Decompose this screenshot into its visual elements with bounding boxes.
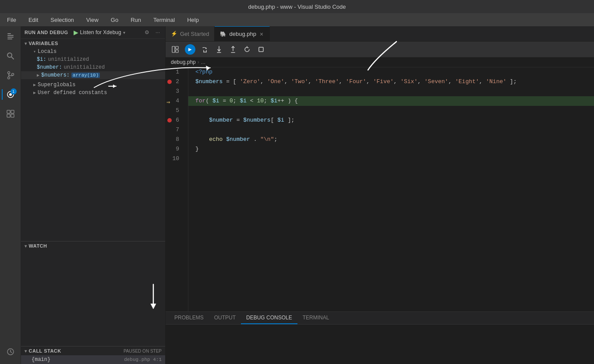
code-line-5 bbox=[188, 106, 594, 116]
line-num-4: ⇒ 4 bbox=[166, 96, 183, 106]
var-i-item: $i: uninitialized bbox=[21, 56, 165, 63]
title-text: debug.php - www - Visual Studio Code bbox=[248, 4, 346, 10]
line-num-1: 1 bbox=[166, 67, 183, 77]
bottom-tabs: PROBLEMS OUTPUT DEBUG CONSOLE TERMINAL bbox=[166, 312, 594, 325]
menu-bar: File Edit Selection View Go Run Terminal… bbox=[0, 13, 594, 26]
superglobals-group[interactable]: ▶ Superglobals bbox=[21, 81, 165, 89]
sidebar: RUN AND DEBUG ▶ Listen for Xdebug ▾ ⚙ ··… bbox=[21, 26, 166, 364]
user-constants-chevron-icon: ▶ bbox=[33, 90, 36, 95]
tab-get-started[interactable]: ⚡ Get Started bbox=[166, 26, 215, 41]
debug-more-icon[interactable]: ··· bbox=[154, 29, 162, 35]
php-file-icon: 🐘 bbox=[220, 31, 226, 37]
watch-chevron-icon: ▾ bbox=[25, 244, 27, 248]
explorer-icon[interactable] bbox=[2, 28, 19, 46]
line-num-5: 5 bbox=[166, 106, 183, 116]
get-started-icon: ⚡ bbox=[171, 31, 177, 37]
chevron-down-icon: ▾ bbox=[123, 30, 125, 35]
continue-icon: ▶ bbox=[188, 47, 192, 52]
var-numbers-value: array(10) bbox=[71, 73, 100, 78]
continue-button[interactable]: ▶ bbox=[185, 44, 195, 55]
step-into-button[interactable] bbox=[213, 44, 225, 55]
menu-terminal[interactable]: Terminal bbox=[151, 16, 177, 24]
layout-button[interactable] bbox=[169, 44, 181, 55]
var-i-name: $i: bbox=[37, 56, 46, 63]
variables-chevron-icon: ▾ bbox=[25, 41, 27, 46]
extensions-icon[interactable] bbox=[2, 105, 19, 122]
restart-button[interactable] bbox=[241, 44, 253, 55]
svg-point-6 bbox=[7, 72, 10, 74]
watch-section-header[interactable]: ▾ WATCH bbox=[21, 242, 165, 250]
tab-get-started-label: Get Started bbox=[180, 31, 209, 37]
tab-close-icon[interactable]: × bbox=[259, 31, 264, 38]
debug-gear-icon[interactable]: ⚙ bbox=[143, 29, 151, 35]
tab-debug-console[interactable]: DEBUG CONSOLE bbox=[241, 312, 297, 324]
call-stack-header[interactable]: ▾ CALL STACK PAUSED ON STEP bbox=[21, 346, 165, 355]
breakpoint-6[interactable] bbox=[167, 118, 172, 122]
call-stack-panel: ▾ CALL STACK PAUSED ON STEP {main} debug… bbox=[21, 346, 165, 364]
menu-view[interactable]: View bbox=[84, 16, 101, 24]
line-num-10: 10 bbox=[166, 154, 183, 164]
menu-go[interactable]: Go bbox=[108, 16, 121, 24]
svg-rect-17 bbox=[172, 46, 175, 52]
line-num-7: 7 bbox=[166, 125, 183, 135]
breadcrumb-file[interactable]: debug.php bbox=[171, 59, 196, 65]
debug-header: RUN AND DEBUG ▶ Listen for Xdebug ▾ ⚙ ··… bbox=[21, 26, 165, 39]
code-line-6: $number = $numbers [ $i ]; bbox=[188, 116, 594, 125]
menu-run[interactable]: Run bbox=[128, 16, 144, 24]
svg-rect-19 bbox=[176, 50, 178, 52]
svg-rect-27 bbox=[259, 47, 263, 52]
var-numbers-name: $numbers: bbox=[41, 72, 70, 78]
menu-help[interactable]: Help bbox=[184, 16, 202, 24]
tab-output[interactable]: OUTPUT bbox=[209, 312, 241, 324]
line-num-9: 9 bbox=[166, 144, 183, 154]
run-config-button[interactable]: ▶ Listen for Xdebug ▾ bbox=[71, 28, 128, 37]
bottom-content bbox=[166, 325, 594, 364]
user-defined-constants-group[interactable]: ▶ User defined constants bbox=[21, 89, 165, 97]
tab-terminal[interactable]: TERMINAL bbox=[297, 312, 335, 324]
menu-selection[interactable]: Selection bbox=[48, 16, 76, 24]
step-out-button[interactable] bbox=[227, 44, 239, 55]
code-line-9: } bbox=[188, 144, 594, 154]
svg-point-7 bbox=[7, 77, 10, 79]
svg-point-8 bbox=[11, 74, 14, 76]
line-num-8: 8 bbox=[166, 135, 183, 144]
watch-panel: ▾ WATCH bbox=[21, 241, 165, 346]
code-line-4: for ( $i = 0 ; $i < 10 ; $i ++ ) { bbox=[188, 96, 594, 106]
line-num-3: 3 bbox=[166, 87, 183, 96]
call-stack-item[interactable]: {main} debug.php 4:1 bbox=[21, 355, 165, 364]
line-num-6: 6 bbox=[166, 116, 183, 125]
var-number-name: $number: bbox=[37, 64, 62, 70]
run-config-label: Listen for Xdebug bbox=[80, 29, 121, 35]
title-bar: debug.php - www - Visual Studio Code bbox=[0, 0, 594, 13]
locals-chevron-icon: ▾ bbox=[33, 49, 36, 54]
menu-edit[interactable]: Edit bbox=[26, 16, 41, 24]
tab-debug-php[interactable]: 🐘 debug.php × bbox=[215, 26, 270, 41]
source-control-icon[interactable] bbox=[2, 66, 19, 84]
bottom-panel: PROBLEMS OUTPUT DEBUG CONSOLE TERMINAL bbox=[166, 312, 594, 364]
menu-file[interactable]: File bbox=[4, 16, 19, 24]
call-stack-label: CALL STACK bbox=[29, 348, 61, 354]
svg-rect-3 bbox=[7, 38, 12, 39]
svg-line-5 bbox=[11, 57, 14, 59]
code-editor: 1 2 3 ⇒ 4 5 6 bbox=[166, 67, 594, 312]
var-numbers-item[interactable]: ▶ $numbers: array(10) bbox=[21, 71, 165, 79]
variables-section-header[interactable]: ▾ VARIABLES bbox=[21, 39, 165, 48]
step-over-button[interactable] bbox=[199, 44, 211, 55]
var-number-value: uninitialized bbox=[64, 64, 105, 70]
search-icon[interactable] bbox=[2, 47, 19, 65]
breakpoint-2[interactable] bbox=[167, 80, 172, 84]
stop-button[interactable] bbox=[255, 44, 267, 55]
svg-rect-15 bbox=[11, 114, 14, 117]
tab-debug-php-label: debug.php bbox=[229, 31, 256, 37]
locals-label: Locals bbox=[38, 49, 57, 55]
debug-icon[interactable]: 1 bbox=[2, 86, 19, 103]
user-constants-label: User defined constants bbox=[38, 90, 107, 96]
tab-problems[interactable]: PROBLEMS bbox=[169, 312, 209, 324]
svg-rect-18 bbox=[176, 46, 178, 49]
code-content[interactable]: <?php $numbers = [ 'Zero' , 'One' , 'Two… bbox=[188, 67, 594, 312]
breadcrumb-more[interactable]: ... bbox=[201, 59, 205, 65]
breadcrumb: debug.php › ... bbox=[166, 57, 594, 67]
locals-group[interactable]: ▾ Locals bbox=[21, 48, 165, 56]
tab-actions bbox=[590, 26, 594, 41]
history-icon[interactable] bbox=[2, 343, 19, 360]
